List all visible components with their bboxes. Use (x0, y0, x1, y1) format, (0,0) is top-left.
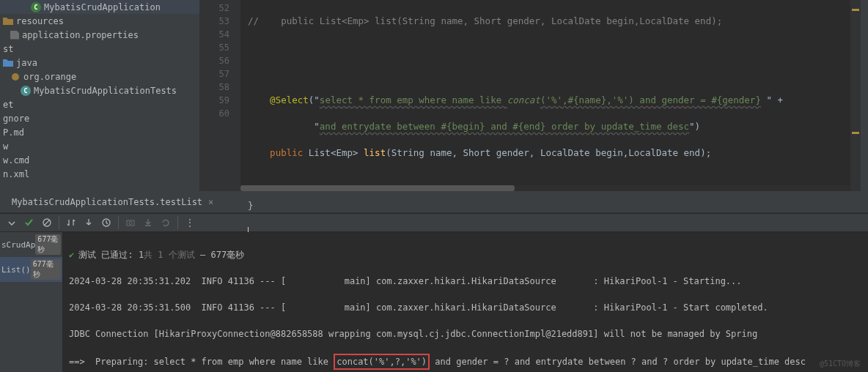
tree-label: application.properties (22, 30, 139, 40)
tree-label: MybatisCrudApplication (44, 2, 161, 12)
history-button[interactable] (98, 215, 114, 231)
project-tree[interactable]: C MybatisCrudApplication resources appli… (0, 0, 200, 191)
tree-item-properties[interactable]: application.properties (0, 28, 199, 42)
console-output[interactable]: ✔测试 已通过: 1共 1 个测试 – 677毫秒 2024-03-28 20:… (63, 232, 868, 372)
test-item[interactable]: List() 677毫秒 (0, 257, 62, 282)
log-line: JDBC Connection [HikariProxyConnection@8… (69, 327, 862, 341)
sort-button[interactable] (63, 215, 79, 231)
tree-label: java (16, 58, 37, 68)
folder-icon (3, 17, 13, 26)
tree-item[interactable]: w.cmd (0, 153, 199, 167)
vertical-scrollbar[interactable] (861, 0, 868, 191)
tree-item[interactable]: n.xml (0, 167, 199, 181)
code-content[interactable]: // public List<Emp> list(String name, Sh… (240, 0, 850, 191)
editor-marker-bar (850, 0, 861, 191)
pass-check-button[interactable] (21, 215, 37, 231)
tree-label: resources (16, 16, 64, 26)
watermark: @51CTO博客 (820, 357, 861, 371)
step-button[interactable] (81, 215, 97, 231)
tree-item[interactable]: w (0, 139, 199, 153)
tree-item-java[interactable]: java (0, 56, 199, 70)
tree-item[interactable]: P.md (0, 125, 199, 139)
tree-item-app-class[interactable]: C MybatisCrudApplication (0, 0, 199, 14)
class-icon: C (21, 86, 31, 96)
close-icon[interactable]: × (208, 197, 213, 207)
rerun-button[interactable] (158, 215, 174, 231)
tab-label: MybatisCrudApplicationTests.testList (12, 197, 202, 207)
test-root[interactable]: sCrudAp 677毫秒 (0, 232, 62, 257)
package-icon (10, 72, 21, 81)
expand-button[interactable] (4, 215, 20, 231)
class-icon: C (31, 2, 41, 12)
tree-label: MybatisCrudApplicationTests (34, 86, 177, 96)
tree-item-package[interactable]: org.orange (0, 70, 199, 83)
log-line: 2024-03-28 20:35:31.202 INFO 41136 --- [… (69, 275, 862, 288)
horizontal-scrollbar[interactable] (240, 185, 850, 191)
test-results-tree[interactable]: sCrudAp 677毫秒 List() 677毫秒 (0, 232, 63, 372)
tree-label: st (3, 44, 13, 54)
ignore-button[interactable] (39, 215, 55, 231)
tree-item-tests-class[interactable]: C MybatisCrudApplicationTests (0, 83, 199, 97)
folder-icon (3, 59, 13, 67)
tree-item[interactable]: et (0, 97, 199, 111)
export-button[interactable] (140, 215, 156, 231)
tree-label: org.orange (23, 72, 76, 82)
line-gutter: 52 53 54 55 56 57 58 59 60 (200, 0, 240, 191)
run-tab[interactable]: MybatisCrudApplicationTests.testList × (6, 194, 219, 210)
svg-point-5 (129, 222, 132, 225)
tree-item-resources[interactable]: resources (0, 14, 199, 28)
svg-point-0 (12, 73, 19, 81)
highlight-box: concat('%',?,'%') (334, 354, 430, 370)
log-line: 2024-03-28 20:35:31.500 INFO 41136 --- [… (69, 301, 862, 314)
tree-item-st[interactable]: st (0, 42, 199, 56)
more-icon[interactable]: ⋮ (182, 215, 198, 231)
svg-line-2 (44, 220, 50, 226)
screenshot-button[interactable] (122, 215, 139, 231)
code-editor[interactable]: 52 53 54 55 56 57 58 59 60 // public Lis… (200, 0, 868, 191)
file-icon (10, 31, 19, 40)
tree-item[interactable]: gnore (0, 111, 199, 125)
log-line: ==> Preparing: select * from emp where n… (69, 354, 862, 370)
check-icon: ✔ (69, 250, 74, 260)
